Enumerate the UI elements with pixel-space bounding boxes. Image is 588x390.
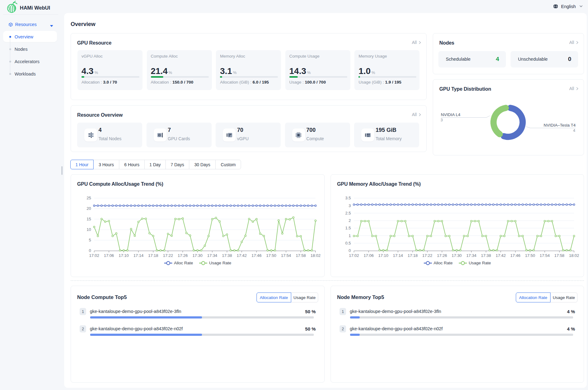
svg-text:20: 20 <box>87 206 91 211</box>
svg-text:17:22: 17:22 <box>163 253 173 258</box>
svg-text:17:18: 17:18 <box>148 253 158 258</box>
svg-text:17:22: 17:22 <box>422 253 432 258</box>
svg-text:5: 5 <box>89 238 91 242</box>
svg-text:17:50: 17:50 <box>525 253 535 258</box>
svg-text:17:58: 17:58 <box>296 253 306 258</box>
svg-text:17:18: 17:18 <box>408 253 418 258</box>
svg-text:3.5: 3.5 <box>345 196 351 200</box>
svg-text:1: 1 <box>349 233 351 238</box>
svg-text:18:02: 18:02 <box>310 253 321 258</box>
svg-text:17:50: 17:50 <box>266 253 276 258</box>
svg-text:15: 15 <box>87 217 91 221</box>
svg-text:2: 2 <box>349 218 351 223</box>
svg-text:17:46: 17:46 <box>510 253 520 258</box>
svg-text:17:30: 17:30 <box>452 253 462 258</box>
svg-text:17:42: 17:42 <box>237 253 247 258</box>
svg-text:17:58: 17:58 <box>554 253 564 258</box>
svg-text:17:34: 17:34 <box>466 253 476 258</box>
svg-text:17:06: 17:06 <box>104 253 114 258</box>
svg-text:10: 10 <box>87 227 91 232</box>
svg-text:17:26: 17:26 <box>437 253 447 258</box>
svg-text:0: 0 <box>89 248 91 253</box>
svg-text:17:34: 17:34 <box>207 253 217 258</box>
svg-text:NVIDIA L4: NVIDIA L4 <box>441 112 461 117</box>
svg-text:25: 25 <box>87 196 91 200</box>
svg-text:17:10: 17:10 <box>119 253 129 258</box>
svg-text:17:02: 17:02 <box>89 253 99 258</box>
svg-text:17:42: 17:42 <box>496 253 506 258</box>
svg-text:4: 4 <box>573 128 575 133</box>
svg-text:2.5: 2.5 <box>345 211 351 215</box>
svg-text:1.5: 1.5 <box>345 226 351 230</box>
svg-text:3: 3 <box>441 118 443 122</box>
svg-text:17:54: 17:54 <box>540 253 550 258</box>
svg-text:17:14: 17:14 <box>134 253 144 258</box>
svg-text:17:38: 17:38 <box>481 253 491 258</box>
svg-text:17:10: 17:10 <box>378 253 388 258</box>
svg-text:17:38: 17:38 <box>222 253 232 258</box>
svg-text:17:26: 17:26 <box>178 253 188 258</box>
svg-text:17:14: 17:14 <box>393 253 403 258</box>
svg-text:17:30: 17:30 <box>192 253 203 258</box>
svg-text:17:02: 17:02 <box>349 253 359 258</box>
svg-text:18:02: 18:02 <box>569 253 579 258</box>
svg-text:NVIDIA–Tesla T4: NVIDIA–Tesla T4 <box>544 123 576 128</box>
svg-text:0.5: 0.5 <box>345 241 351 245</box>
svg-text:17:06: 17:06 <box>364 253 374 258</box>
svg-text:17:46: 17:46 <box>252 253 262 258</box>
svg-text:17:54: 17:54 <box>281 253 291 258</box>
svg-text:3: 3 <box>349 203 351 208</box>
svg-text:0: 0 <box>349 248 351 253</box>
